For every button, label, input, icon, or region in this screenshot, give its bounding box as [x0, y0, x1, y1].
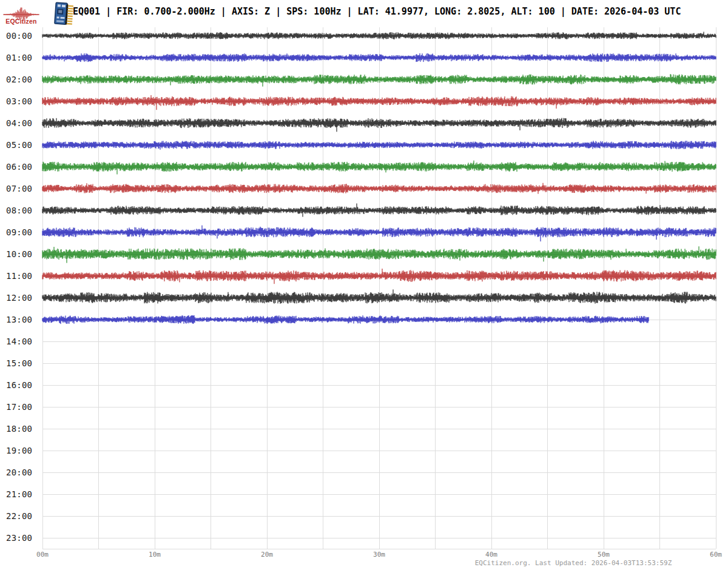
hour-label: 01:00: [6, 52, 42, 63]
x-axis-label: 40m: [467, 551, 516, 559]
hour-label: 18:00: [6, 423, 42, 434]
hour-label: 23:00: [6, 532, 42, 543]
hour-label: 14:00: [6, 336, 42, 347]
hour-label: 15:00: [6, 358, 42, 369]
hour-label: 02:00: [6, 74, 42, 85]
hour-label: 04:00: [6, 118, 42, 129]
x-axis-label: 30m: [355, 551, 403, 559]
hour-label: 13:00: [6, 314, 42, 325]
hour-label: 16:00: [6, 380, 42, 391]
x-axis-label: 20m: [243, 551, 291, 559]
hour-label: 21:00: [6, 489, 42, 500]
hour-label: 03:00: [6, 96, 42, 107]
hour-label: 17:00: [6, 401, 42, 412]
hour-label: 08:00: [6, 205, 42, 216]
x-axis-label: 60m: [692, 551, 728, 559]
hour-label: 20:00: [6, 467, 42, 478]
hour-label: 11:00: [6, 270, 42, 281]
hour-label: 12:00: [6, 292, 42, 303]
hour-label: 09:00: [6, 227, 42, 238]
x-axis-label: 00m: [18, 551, 67, 559]
hour-label: 06:00: [6, 161, 42, 172]
helicorder-plot: [0, 0, 728, 570]
x-axis-label: 10m: [130, 551, 179, 559]
hour-label: 22:00: [6, 511, 42, 521]
helicorder-page: EQCitizen EQ001 | FIR: 0.700-2.000Hz | A…: [0, 0, 728, 570]
hour-label: 07:00: [6, 183, 42, 194]
trace-13:00: [42, 315, 649, 324]
footer-note: EQCitizen.org. Last Updated: 2026-04-03T…: [475, 559, 672, 568]
hour-label: 05:00: [6, 139, 42, 150]
grid-lines: [42, 27, 716, 549]
hour-label: 00:00: [6, 30, 42, 41]
hour-label: 19:00: [6, 445, 42, 456]
x-axis-label: 50m: [579, 551, 628, 559]
hour-label: 10:00: [6, 249, 42, 260]
